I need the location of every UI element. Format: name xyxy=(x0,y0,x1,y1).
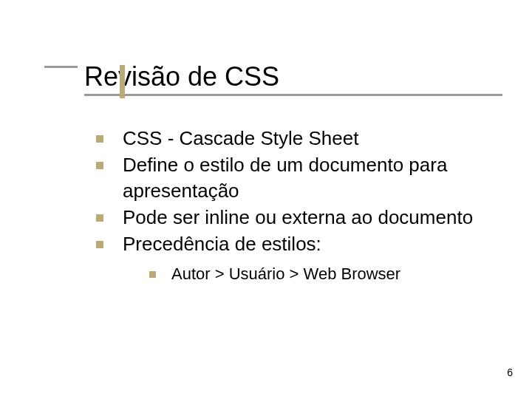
square-bullet-icon xyxy=(96,241,103,248)
square-bullet-icon xyxy=(96,214,103,222)
square-bullet-icon xyxy=(96,162,103,169)
title-rule-left xyxy=(44,66,78,68)
list-item-text: CSS - Cascade Style Sheet xyxy=(123,127,358,149)
list-item-text: Precedência de estilos: xyxy=(123,233,321,255)
list-item: CSS - Cascade Style Sheet xyxy=(96,126,502,151)
slide: Revisão de CSS CSS - Cascade Style Sheet… xyxy=(0,0,532,399)
page-number: 6 xyxy=(507,366,513,378)
sub-bullet-list: Autor > Usuário > Web Browser xyxy=(123,263,502,286)
square-bullet-icon xyxy=(149,271,156,278)
list-item: Pode ser inline ou externa ao documento xyxy=(96,205,502,230)
title-accent-bar xyxy=(120,65,125,98)
bullet-list: CSS - Cascade Style Sheet Define o estil… xyxy=(96,126,502,285)
slide-title: Revisão de CSS xyxy=(84,63,502,91)
list-item: Precedência de estilos: Autor > Usuário … xyxy=(96,231,502,285)
square-bullet-icon xyxy=(96,135,103,143)
list-item: Define o estilo de um documento para apr… xyxy=(96,152,502,203)
title-block: Revisão de CSS xyxy=(44,63,502,96)
list-item: Autor > Usuário > Web Browser xyxy=(149,263,502,286)
slide-body: CSS - Cascade Style Sheet Define o estil… xyxy=(96,126,502,287)
list-item-text: Autor > Usuário > Web Browser xyxy=(171,265,400,283)
title-rule-below xyxy=(84,94,502,96)
list-item-text: Define o estilo de um documento para apr… xyxy=(123,154,447,201)
list-item-text: Pode ser inline ou externa ao documento xyxy=(123,206,473,228)
